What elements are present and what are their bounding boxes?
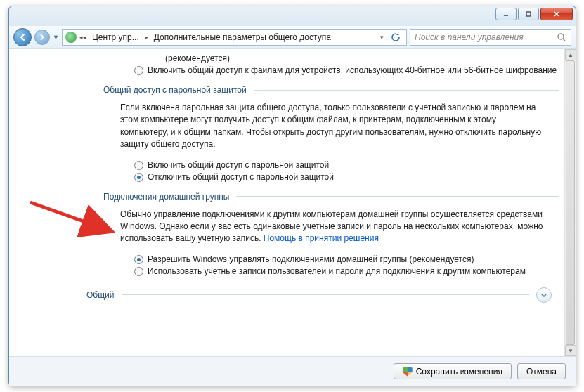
nav-forward-button[interactable] <box>34 30 50 45</box>
option-40-56-encryption[interactable]: Включить общий доступ к файлам для устро… <box>134 65 559 75</box>
option-password-enable[interactable]: Включить общий доступ с парольной защито… <box>134 160 559 170</box>
section-title: Общий <box>86 290 115 300</box>
divider <box>122 294 530 295</box>
option-label: Использовать учетные записи пользователе… <box>148 266 559 276</box>
radio-icon <box>134 161 143 170</box>
section-description-homegroup: Обычно управление подключениями к другим… <box>120 209 545 245</box>
chevron-right-icon: ◂◂ <box>78 34 88 41</box>
network-center-icon <box>65 32 77 43</box>
chevron-down-icon <box>540 291 548 299</box>
option-label: Отключить общий доступ с парольной защит… <box>148 172 559 182</box>
option-recommended-note: (рекомендуется) <box>165 53 559 63</box>
divider <box>236 196 559 197</box>
titlebar <box>9 6 576 26</box>
save-button[interactable]: Сохранить изменения <box>394 363 512 379</box>
vertical-scrollbar[interactable]: ▲ ▼ <box>564 49 576 356</box>
section-heading-homegroup: Подключения домашней группы <box>103 192 559 202</box>
scroll-down-button[interactable]: ▼ <box>565 345 576 356</box>
radio-icon <box>134 66 143 75</box>
window-controls <box>495 8 573 20</box>
search-icon <box>557 32 566 42</box>
radio-icon <box>134 255 143 264</box>
minimize-button[interactable] <box>495 8 517 20</box>
option-label: Включить общий доступ с парольной защито… <box>148 160 559 170</box>
divider <box>254 90 559 91</box>
scroll-viewport: (рекомендуется) Включить общий доступ к … <box>9 49 564 356</box>
annotation-arrow <box>26 197 124 246</box>
option-password-disable[interactable]: Отключить общий доступ с парольной защит… <box>134 172 559 182</box>
option-homegroup-windows[interactable]: Разрешить Windows управлять подключениям… <box>134 254 559 264</box>
section-description-password: Если включена парольная защита общего до… <box>120 102 545 151</box>
option-label: Разрешить Windows управлять подключениям… <box>148 254 559 264</box>
breadcrumb-dropdown-icon[interactable]: ▾ <box>379 34 385 41</box>
nav-back-button[interactable] <box>13 28 32 46</box>
scroll-up-button[interactable]: ▲ <box>565 49 576 60</box>
radio-icon <box>134 173 143 182</box>
shield-icon <box>403 367 413 377</box>
section-heading-password: Общий доступ с парольной защитой <box>103 85 559 95</box>
svg-rect-1 <box>526 12 531 16</box>
nav-history-dropdown-icon[interactable]: ▼ <box>53 34 59 41</box>
chevron-right-icon: ▸ <box>143 34 150 41</box>
content-area: (рекомендуется) Включить общий доступ к … <box>9 48 576 356</box>
svg-line-5 <box>563 39 565 41</box>
breadcrumb-item-root[interactable]: Центр упр... <box>89 30 142 45</box>
help-link[interactable]: Помощь в принятии решения <box>264 233 379 243</box>
svg-line-6 <box>30 202 109 230</box>
explorer-window: ▼ ◂◂ Центр упр... ▸ Дополнительные парам… <box>8 6 576 386</box>
section-collapsed-public: Общий <box>86 287 552 303</box>
breadcrumb[interactable]: ◂◂ Центр упр... ▸ Дополнительные парамет… <box>62 29 407 46</box>
scroll-thumb[interactable] <box>566 60 575 345</box>
expand-button[interactable] <box>536 287 552 303</box>
maximize-button[interactable] <box>518 8 539 20</box>
breadcrumb-item-current[interactable]: Дополнительные параметры общего доступа <box>151 30 334 45</box>
footer: Сохранить изменения Отмена <box>9 356 576 386</box>
refresh-button[interactable] <box>387 30 403 45</box>
navbar: ▼ ◂◂ Центр упр... ▸ Дополнительные парам… <box>9 26 576 48</box>
close-button[interactable] <box>540 8 573 20</box>
radio-icon <box>134 267 143 276</box>
option-label: Включить общий доступ к файлам для устро… <box>148 65 559 75</box>
search-placeholder: Поиск в панели управления <box>415 32 524 42</box>
cancel-button[interactable]: Отмена <box>517 363 566 379</box>
search-input[interactable]: Поиск в панели управления <box>410 29 571 46</box>
svg-point-4 <box>558 34 564 39</box>
option-homegroup-user[interactable]: Использовать учетные записи пользователе… <box>134 266 559 276</box>
